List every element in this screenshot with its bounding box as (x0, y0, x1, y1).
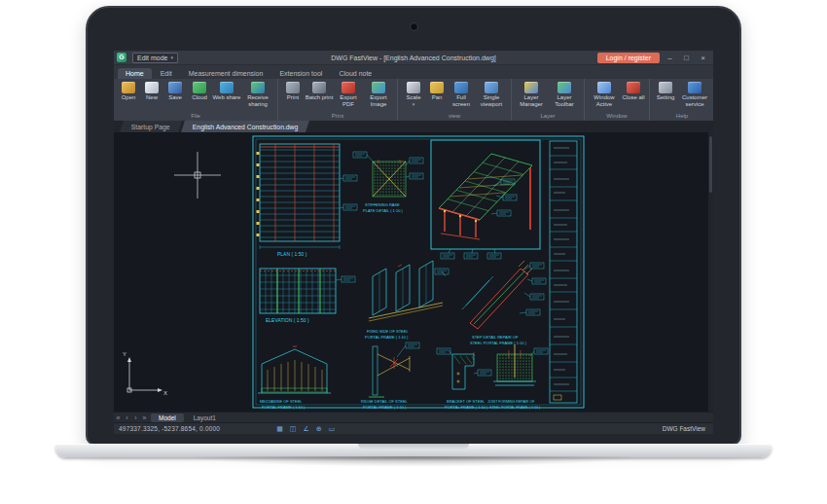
receive-arrows-icon (251, 82, 265, 93)
close-all-button[interactable]: Close all (621, 81, 646, 101)
save-button[interactable]: Save (163, 81, 187, 101)
drawing-canvas[interactable]: Y X (114, 132, 713, 412)
gear-icon (659, 82, 672, 93)
roof-isometric (431, 140, 540, 249)
snap-icon[interactable]: ◫ (290, 424, 297, 434)
cloud-button[interactable]: Cloud (187, 81, 212, 101)
tab-extension-tool[interactable]: Extension tool (271, 68, 330, 79)
osnap-icon[interactable]: ⊕ (316, 424, 322, 434)
export-pdf-button[interactable]: Export PDF (334, 81, 363, 107)
web-share-button[interactable]: Web share (212, 81, 241, 101)
export-image-button[interactable]: Export Image (363, 81, 394, 107)
close-button[interactable]: × (697, 53, 709, 63)
nav-first-button[interactable]: « (114, 414, 123, 421)
chevron-down-icon: ▾ (171, 54, 174, 60)
ribbon-group-window: Window Active Close all Window (585, 79, 650, 121)
tab-layout1[interactable]: Layout1 (186, 414, 224, 422)
angle-icon[interactable]: ∠ (303, 424, 308, 434)
svg-text:MEZZANINE OF STEEL: MEZZANINE OF STEEL (260, 399, 303, 404)
stiffener-detail: STIFFENING RAKE PLATE DETAIL ( 1:10 ) (363, 160, 406, 213)
chevron-down-icon: ▾ (413, 102, 415, 106)
save-floppy-icon (168, 82, 182, 93)
printer-icon (286, 82, 300, 93)
tab-edit[interactable]: Edit (153, 68, 180, 79)
tab-measurement-dimension[interactable]: Measurement dimension (181, 68, 271, 79)
layer-toolbar-button[interactable]: Layer Toolbar (548, 81, 581, 107)
edit-mode-label: Edit mode (137, 54, 168, 61)
ribbon-group-file: Open New Save Cloud (114, 79, 278, 121)
laptop-notch (358, 444, 469, 450)
group-label-view: view (398, 112, 511, 121)
ribbon-group-help: Setting Customer service Help (650, 79, 713, 121)
full-screen-button[interactable]: Full screen (448, 81, 475, 107)
ribbon-group-print: Print Batch print Export PDF Export (278, 79, 398, 121)
svg-text:PORTAL FRAME ( 1:10 ): PORTAL FRAME ( 1:10 ) (262, 405, 306, 410)
vertical-scrollbar (708, 132, 713, 412)
batch-print-button[interactable]: Batch print (305, 81, 334, 101)
open-button[interactable]: Open (117, 81, 140, 101)
group-label-help: Help (650, 112, 713, 121)
tab-cloud-note[interactable]: Cloud note (331, 68, 379, 79)
brand-label: DWG FastView (663, 425, 705, 432)
laptop-shadow (107, 456, 720, 470)
layers-stack-icon (524, 82, 538, 93)
ribbon-group-view: Scale ▾ Pan Full screen (398, 79, 512, 121)
ribbon: Open New Save Cloud (114, 79, 713, 121)
tab-home[interactable]: Home (118, 68, 152, 79)
svg-text:X: X (163, 390, 167, 396)
portal-frames: FIXED SIDE OF STEEL PORTAL FRAME ( 1:10 … (365, 261, 443, 340)
window-active-button[interactable]: Window Active (588, 81, 621, 107)
group-label-layer: Layer (512, 112, 584, 121)
receive-sharing-button[interactable]: Receive sharing (241, 81, 274, 107)
pdf-file-icon (342, 82, 355, 93)
scale-button[interactable]: Scale ▾ (401, 81, 426, 106)
print-button[interactable]: Print (281, 81, 305, 101)
minimize-button[interactable]: – (664, 53, 676, 63)
new-file-icon (145, 82, 159, 93)
nav-prev-button[interactable]: ‹ (123, 414, 131, 421)
close-all-x-icon (627, 82, 640, 93)
svg-text:PORTAL FRAME ( 1:10 ): PORTAL FRAME ( 1:10 ) (365, 335, 409, 340)
monitor-icon (454, 82, 468, 93)
document-tab-bar: Startup Page English Advanced Constructi… (114, 121, 713, 132)
svg-text:STEP DETAIL REPAIR OF: STEP DETAIL REPAIR OF (472, 335, 519, 340)
single-viewport-button[interactable]: Single viewport (475, 81, 508, 107)
maximize-button[interactable]: □ (680, 53, 693, 63)
status-bar: 497337.3325, -5237.8654, 0.0000 ▦ ◫ ∠ ⊕ … (114, 422, 713, 434)
cad-drawing: Y X (114, 132, 713, 412)
grid-icon[interactable]: ▦ (276, 424, 283, 434)
ribbon-tab-bar: Home Edit Measurement dimension Extensio… (114, 65, 713, 79)
group-label-print: Print (278, 112, 397, 121)
nav-last-button[interactable]: » (140, 414, 149, 421)
svg-text:RIDGE DETAIL OF STEEL: RIDGE DETAIL OF STEEL (361, 399, 409, 404)
nav-next-button[interactable]: › (131, 414, 140, 421)
svg-text:ELEVATION ( 1:50 ): ELEVATION ( 1:50 ) (266, 317, 309, 323)
elevation-view: ELEVATION ( 1:50 ) (260, 269, 336, 323)
svg-text:FIXED SIDE OF STEEL: FIXED SIDE OF STEEL (367, 329, 409, 334)
layout-tab-bar: « ‹ › » Model Layout1 (114, 412, 713, 422)
lineweight-icon[interactable]: ▭ (329, 424, 336, 434)
scrollbar-thumb[interactable] (709, 136, 712, 193)
tab-drawing-file[interactable]: English Advanced Construction.dwg (181, 121, 309, 132)
laptop-base (55, 444, 772, 457)
viewport-icon (485, 82, 498, 93)
hand-pan-icon (430, 82, 444, 93)
setting-button[interactable]: Setting (653, 81, 678, 101)
globe-share-icon (220, 82, 234, 93)
ridge-detail: RIDGE DETAIL OF STEEL PORTAL FRAME ( 1:1… (361, 346, 410, 410)
ribbon-group-layer: Layer Manager Layer Toolbar Layer (512, 79, 585, 121)
tab-model[interactable]: Model (151, 414, 184, 422)
new-button[interactable]: New (140, 81, 163, 101)
login-register-button[interactable]: Login / register (597, 53, 660, 63)
svg-text:STIFFENING RAKE: STIFFENING RAKE (365, 202, 400, 207)
ucs-axis-icon: Y X (123, 351, 167, 396)
open-folder-icon (122, 82, 135, 93)
edit-mode-dropdown[interactable]: Edit mode ▾ (132, 53, 178, 63)
customer-service-button[interactable]: Customer service (678, 81, 711, 107)
step-detail: STEP DETAIL REPAIR OF STEEL PORTAL FRAME… (462, 261, 532, 345)
layer-manager-button[interactable]: Layer Manager (515, 81, 548, 107)
svg-text:PORTAL FRAME ( 1:10 ): PORTAL FRAME ( 1:10 ) (363, 405, 407, 410)
pan-button[interactable]: Pan (426, 81, 448, 101)
headset-icon (688, 82, 701, 93)
tab-startup-page[interactable]: Startup Page (120, 121, 182, 132)
